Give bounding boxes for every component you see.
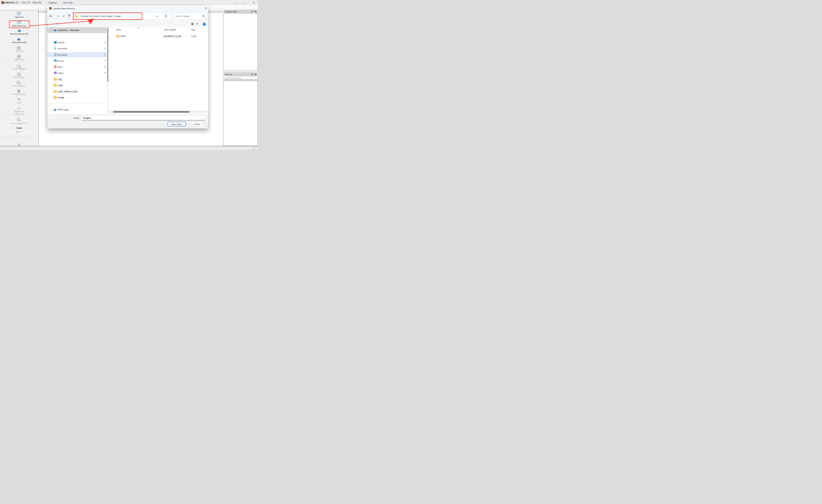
file-row-name[interactable]: runs — [120, 35, 125, 38]
sidebar-item-tesila[interactable]: tesila — [58, 96, 64, 99]
videos-icon — [54, 71, 57, 74]
expand-chevron-icon[interactable] — [49, 29, 51, 31]
back-icon[interactable] — [49, 14, 53, 18]
next-picture-button[interactable]: Next picture (N) — [0, 41, 38, 44]
polygon-label-panel-header[interactable]: Polygon label — [224, 10, 257, 13]
file-list-body[interactable] — [223, 80, 258, 146]
minimize-button[interactable]: — — [232, 1, 239, 5]
dialog-resize-grip[interactable] — [205, 125, 208, 128]
file-list-panel-header[interactable]: File List — [224, 73, 257, 76]
sidebar-item-wps-cloud[interactable]: WPS Cloud — [57, 109, 68, 111]
new-folder-button[interactable]: New folder — [63, 1, 73, 4]
open-file-icon — [17, 11, 21, 16]
menu-help[interactable]: Help (H) — [32, 1, 42, 4]
float-panel-icon[interactable] — [251, 11, 253, 13]
pin-icon[interactable] — [103, 53, 106, 56]
open-directory-button[interactable]: Open Directory — [0, 24, 38, 27]
fit-to-window-button[interactable]: Fit to window (P) — [0, 122, 38, 125]
maximize-button[interactable]: □ — [241, 1, 248, 5]
zoom-value: 100 % — [8, 131, 30, 133]
sidebar-item-yolo-detect-train[interactable]: yolo_detect_train — [58, 90, 78, 93]
view-mode-icon[interactable] — [191, 23, 194, 25]
open-button[interactable]: Open (O) — [0, 16, 38, 18]
expand-chevron-icon[interactable] — [49, 109, 51, 111]
pin-icon[interactable] — [103, 59, 106, 62]
select-folder-button[interactable]: Select folder — [167, 122, 186, 126]
dialog-close-icon[interactable]: ✕ — [204, 7, 208, 10]
sidebar-item-videos[interactable]: Videos — [57, 72, 63, 74]
sidebar-item-cfg[interactable]: cfg — [58, 78, 62, 81]
delete-file-button[interactable]: Delete (D) — [0, 58, 38, 61]
delete-polygon-button[interactable]: Delete polygon — [0, 93, 38, 96]
sidebar-item-documents[interactable]: Documents — [57, 54, 67, 56]
file-row-date[interactable]: 2024/6/25 10:46 — [163, 35, 181, 38]
save-button[interactable]: Save (S) — [0, 50, 38, 53]
close-button[interactable]: ✕ — [251, 1, 257, 5]
brightness-contrast-button-line2[interactable]: Contrast (B) — [0, 113, 38, 115]
previous-picture-icon — [17, 29, 21, 33]
onedrive-cloud-icon — [53, 29, 57, 32]
organize-button[interactable]: Organize — [49, 1, 57, 4]
recent-locations-chevron-icon[interactable] — [62, 15, 65, 17]
refresh-icon[interactable] — [164, 14, 168, 18]
menu-file[interactable]: File (F) — [1, 1, 10, 4]
svg-text:?: ? — [204, 23, 205, 25]
folder-name-input[interactable] — [81, 115, 205, 120]
file-search-input[interactable] — [223, 76, 258, 80]
sidebar-item-pictures[interactable]: Pictures — [57, 60, 64, 62]
view-mode-dropdown-icon[interactable] — [196, 23, 198, 25]
sidebar-scrollbar-thumb[interactable] — [107, 28, 108, 82]
folder-icon — [53, 77, 57, 81]
edit-polygon-button[interactable]: Edit polygon — [0, 76, 38, 78]
file-row-type[interactable]: Folder — [191, 35, 197, 38]
pin-icon[interactable] — [103, 47, 106, 50]
brightness-contrast-button[interactable]: Brightness — [0, 110, 38, 113]
toolbar-overflow-chevron-icon[interactable] — [18, 144, 21, 146]
up-icon[interactable] — [67, 14, 71, 18]
file-browser-pane — [108, 27, 208, 114]
address-path[interactable]: Desktop>yolo detect_train>images > image… — [81, 15, 122, 17]
file-list-panel-title: File List — [225, 73, 232, 76]
forward-icon[interactable] — [56, 14, 59, 18]
dialog-title: Labelme-Open directory — [53, 7, 75, 10]
address-dropdown-chevron-icon[interactable] — [156, 15, 159, 17]
column-divider[interactable] — [162, 27, 162, 32]
toolbar-drag-handle[interactable] — [0, 10, 38, 11]
close-panel-icon[interactable] — [255, 11, 257, 13]
cancel-button[interactable]: Cancel — [191, 122, 202, 126]
previous-picture-button[interactable]: Previous picture (P) — [0, 33, 38, 35]
next-picture-icon — [17, 37, 21, 41]
toolbar-separator — [1, 61, 37, 62]
music-icon — [54, 65, 57, 68]
menu-view[interactable]: View (V) — [20, 1, 32, 4]
file-pane-hscrollbar-thumb[interactable] — [113, 111, 189, 113]
brightness-contrast-icon — [17, 106, 21, 110]
copy-polygon-button[interactable]: Copy polygon — [0, 84, 38, 87]
dialog-labelme-icon — [49, 7, 52, 10]
close-panel-icon[interactable] — [255, 73, 257, 75]
undo-button[interactable]: Undo — [0, 101, 38, 104]
zoom-spinbox[interactable]: 100 % — [8, 130, 30, 134]
help-icon[interactable]: ? — [202, 22, 206, 26]
column-header-name[interactable]: Name — [116, 29, 121, 31]
column-header-date-modified[interactable]: Date modified — [164, 29, 176, 31]
sidebar-item-music[interactable]: Music — [57, 66, 63, 68]
create-polygon-button[interactable]: Create polygon — [0, 67, 38, 70]
search-icon — [202, 15, 205, 18]
column-header-type[interactable]: Type — [191, 29, 195, 31]
column-divider[interactable] — [190, 27, 190, 32]
dialog-command-bar — [47, 21, 208, 27]
sidebar-item-yolo[interactable]: yolo — [58, 84, 63, 87]
dialog-search-placeholder: Search in images — [175, 15, 190, 17]
sort-ascending-icon[interactable] — [137, 27, 139, 29]
pin-icon[interactable] — [103, 72, 106, 74]
pin-icon[interactable] — [103, 41, 106, 44]
polygon-label-list[interactable] — [223, 13, 258, 71]
organize-dropdown-icon[interactable] — [57, 23, 58, 25]
pin-icon[interactable] — [103, 66, 106, 68]
sidebar-item-desktop[interactable]: Desktop — [57, 41, 65, 44]
menu-edit[interactable]: Edit (E) — [10, 1, 20, 4]
places-sidebar — [47, 27, 107, 114]
sidebar-item-downloads[interactable]: Downloads — [57, 47, 67, 50]
float-panel-icon[interactable] — [251, 73, 253, 75]
